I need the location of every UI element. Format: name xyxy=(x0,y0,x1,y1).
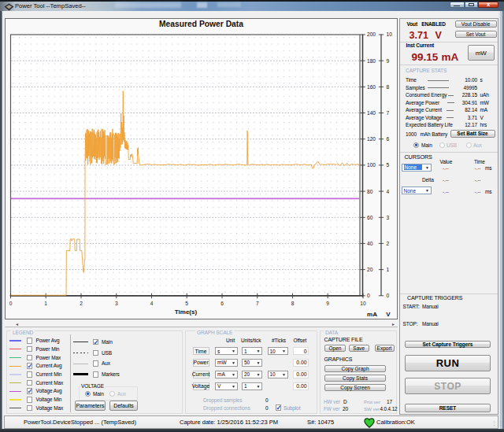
svg-text:9: 9 xyxy=(387,58,390,64)
svg-text:7: 7 xyxy=(387,110,390,116)
svg-text:3: 3 xyxy=(387,215,390,220)
svg-text:0: 0 xyxy=(387,293,390,298)
svg-text:mA: mA xyxy=(367,311,377,318)
svg-text:10: 10 xyxy=(360,301,366,306)
svg-text:80: 80 xyxy=(367,189,373,194)
svg-text:6: 6 xyxy=(220,301,224,306)
svg-text:160: 160 xyxy=(367,84,376,90)
svg-text:180: 180 xyxy=(367,58,376,64)
svg-text:9: 9 xyxy=(326,301,329,306)
svg-text:100: 100 xyxy=(367,162,376,168)
svg-text:2: 2 xyxy=(80,301,83,306)
svg-text:20: 20 xyxy=(367,267,373,272)
svg-text:40: 40 xyxy=(367,241,373,246)
svg-text:1: 1 xyxy=(387,267,390,272)
svg-text:6: 6 xyxy=(387,136,390,142)
svg-text:8: 8 xyxy=(291,301,295,306)
svg-text:60: 60 xyxy=(367,215,373,220)
svg-text:V: V xyxy=(386,311,391,318)
svg-text:2: 2 xyxy=(387,241,390,246)
svg-text:3: 3 xyxy=(115,301,118,306)
svg-text:0: 0 xyxy=(9,301,13,306)
svg-text:8: 8 xyxy=(387,84,390,90)
svg-text:4: 4 xyxy=(150,301,154,306)
svg-text:4: 4 xyxy=(387,189,390,194)
svg-text:120: 120 xyxy=(367,136,376,142)
svg-text:7: 7 xyxy=(256,301,259,306)
svg-text:200: 200 xyxy=(367,31,376,37)
svg-text:140: 140 xyxy=(367,110,376,116)
svg-text:5: 5 xyxy=(387,162,390,168)
svg-text:1: 1 xyxy=(44,301,47,306)
svg-text:10: 10 xyxy=(387,31,393,37)
svg-text:5: 5 xyxy=(185,301,188,306)
svg-text:0: 0 xyxy=(367,293,370,298)
svg-text:Time(s): Time(s) xyxy=(175,308,198,316)
